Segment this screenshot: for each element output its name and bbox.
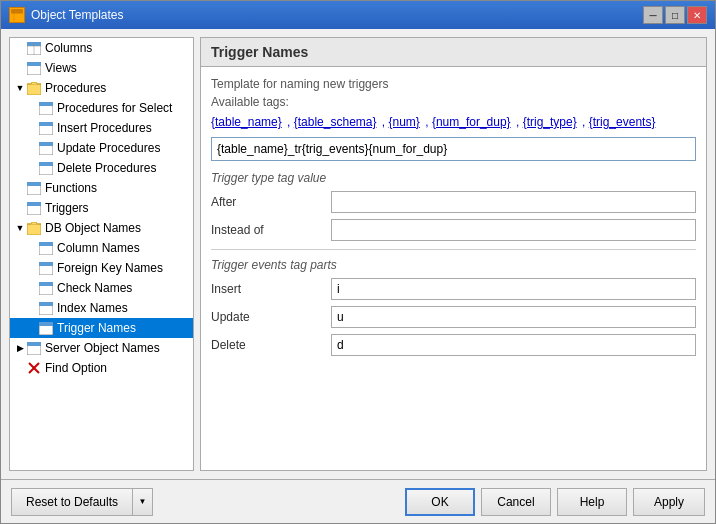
window-icon: [9, 7, 25, 23]
sidebar-item-delete-procedures[interactable]: Delete Procedures: [10, 158, 193, 178]
svg-rect-18: [39, 162, 53, 166]
sidebar-item-index-names[interactable]: Index Names: [10, 298, 193, 318]
sidebar-item-find-option[interactable]: Find Option: [10, 358, 193, 378]
tag-table-name[interactable]: {table_name}: [211, 115, 282, 129]
server-names-icon: [26, 340, 42, 356]
available-tags-label: Available tags:: [211, 95, 696, 109]
insert-input[interactable]: [331, 278, 696, 300]
functions-label: Functions: [45, 181, 97, 195]
panel-title: Trigger Names: [201, 38, 706, 67]
sidebar: Columns Views ▼: [9, 37, 194, 471]
server-names-label: Server Object Names: [45, 341, 160, 355]
index-names-label: Index Names: [57, 301, 128, 315]
close-button[interactable]: ✕: [687, 6, 707, 24]
db-names-icon: [26, 220, 42, 236]
insert-label: Insert: [211, 282, 331, 296]
insert-row: Insert: [211, 278, 696, 300]
cancel-button[interactable]: Cancel: [481, 488, 551, 516]
tag-num[interactable]: {num}: [389, 115, 420, 129]
tag-num-for-dup[interactable]: {num_for_dup}: [432, 115, 511, 129]
check-names-icon: [38, 280, 54, 296]
delete-procs-icon: [38, 160, 54, 176]
panel-body: Template for naming new triggers Availab…: [201, 67, 706, 470]
bottom-right: OK Cancel Help Apply: [405, 488, 705, 516]
minimize-button[interactable]: ─: [643, 6, 663, 24]
svg-rect-35: [27, 342, 41, 346]
delete-input[interactable]: [331, 334, 696, 356]
sidebar-item-views[interactable]: Views: [10, 58, 193, 78]
svg-rect-22: [27, 202, 41, 206]
template-input[interactable]: [211, 137, 696, 161]
svg-rect-20: [27, 182, 41, 186]
update-label: Update: [211, 310, 331, 324]
views-icon: [26, 60, 42, 76]
find-option-label: Find Option: [45, 361, 107, 375]
title-bar-left: Object Templates: [9, 7, 124, 23]
sidebar-item-trigger-names[interactable]: Trigger Names: [10, 318, 193, 338]
tag-trig-type[interactable]: {trig_type}: [523, 115, 577, 129]
sidebar-item-columns[interactable]: Columns: [10, 38, 193, 58]
template-subtitle: Template for naming new triggers: [211, 77, 696, 91]
instead-of-input[interactable]: [331, 219, 696, 241]
sidebar-item-column-names[interactable]: Column Names: [10, 238, 193, 258]
update-input[interactable]: [331, 306, 696, 328]
update-row: Update: [211, 306, 696, 328]
sidebar-item-procedures-for-select[interactable]: Procedures for Select: [10, 98, 193, 118]
help-button[interactable]: Help: [557, 488, 627, 516]
update-procs-icon: [38, 140, 54, 156]
columns-icon: [26, 40, 42, 56]
insert-procs-icon: [38, 120, 54, 136]
maximize-button[interactable]: □: [665, 6, 685, 24]
update-procs-label: Update Procedures: [57, 141, 160, 155]
insert-procs-label: Insert Procedures: [57, 121, 152, 135]
after-row: After: [211, 191, 696, 213]
sidebar-item-foreign-key-names[interactable]: Foreign Key Names: [10, 258, 193, 278]
svg-rect-1: [11, 9, 23, 13]
svg-rect-33: [39, 322, 53, 326]
procedures-expand-arrow: ▼: [14, 82, 26, 94]
right-panel: Trigger Names Template for naming new tr…: [200, 37, 707, 471]
title-buttons: ─ □ ✕: [643, 6, 707, 24]
trigger-events-section-label: Trigger events tag parts: [211, 258, 696, 272]
tag-table-schema[interactable]: {table_schema}: [294, 115, 377, 129]
sidebar-item-procedures[interactable]: ▼ Procedures: [10, 78, 193, 98]
svg-rect-16: [39, 142, 53, 146]
svg-rect-27: [39, 262, 53, 266]
server-names-expand-arrow: ▶: [14, 342, 26, 354]
available-tags-text: Available tags:: [211, 95, 289, 109]
main-content: Columns Views ▼: [1, 29, 715, 479]
reset-to-defaults-button[interactable]: Reset to Defaults: [11, 488, 133, 516]
tags-row: {table_name} , {table_schema} , {num} , …: [211, 115, 696, 129]
svg-rect-14: [39, 122, 53, 126]
delete-label: Delete: [211, 338, 331, 352]
find-option-icon: [26, 360, 42, 376]
sidebar-item-server-object-names[interactable]: ▶ Server Object Names: [10, 338, 193, 358]
sidebar-item-functions[interactable]: Functions: [10, 178, 193, 198]
main-window: Object Templates ─ □ ✕ Columns: [0, 0, 716, 524]
svg-rect-12: [39, 102, 53, 106]
sidebar-item-insert-procedures[interactable]: Insert Procedures: [10, 118, 193, 138]
title-bar: Object Templates ─ □ ✕: [1, 1, 715, 29]
sidebar-item-check-names[interactable]: Check Names: [10, 278, 193, 298]
trigger-names-label: Trigger Names: [57, 321, 136, 335]
triggers-icon: [26, 200, 42, 216]
bottom-bar: Reset to Defaults ▼ OK Cancel Help Apply: [1, 479, 715, 523]
reset-dropdown-arrow[interactable]: ▼: [133, 488, 153, 516]
svg-rect-10: [27, 84, 41, 95]
sidebar-item-db-object-names[interactable]: ▼ DB Object Names: [10, 218, 193, 238]
fk-names-label: Foreign Key Names: [57, 261, 163, 275]
tag-trig-events[interactable]: {trig_events}: [589, 115, 656, 129]
procs-select-icon: [38, 100, 54, 116]
find-option-spacer: [14, 362, 26, 374]
fk-names-icon: [38, 260, 54, 276]
svg-rect-23: [27, 224, 41, 235]
ok-button[interactable]: OK: [405, 488, 475, 516]
svg-rect-9: [27, 62, 41, 66]
sidebar-item-triggers[interactable]: Triggers: [10, 198, 193, 218]
apply-button[interactable]: Apply: [633, 488, 705, 516]
sidebar-item-update-procedures[interactable]: Update Procedures: [10, 138, 193, 158]
index-names-icon: [38, 300, 54, 316]
svg-rect-29: [39, 282, 53, 286]
after-input[interactable]: [331, 191, 696, 213]
db-names-expand-arrow: ▼: [14, 222, 26, 234]
